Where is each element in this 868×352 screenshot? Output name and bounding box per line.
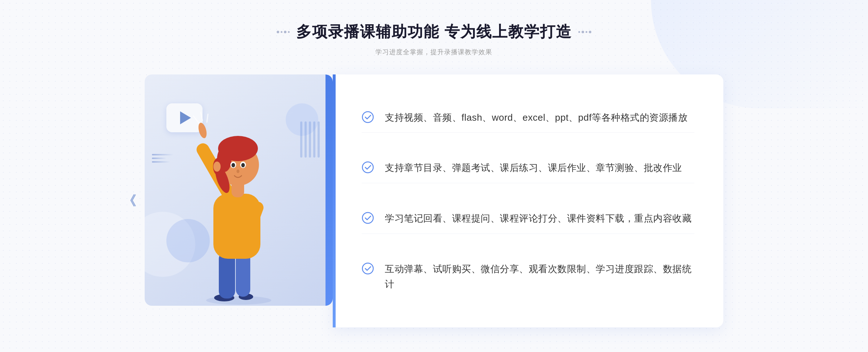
check-icon-3: [362, 212, 374, 224]
svg-point-27: [362, 263, 373, 274]
feature-item-2: 支持章节目录、弹题考试、课后练习、课后作业、章节测验、批改作业: [362, 153, 694, 183]
feature-item-4: 互动弹幕、试听购买、微信分享、观看次数限制、学习进度跟踪、数据统计: [362, 254, 694, 299]
check-icon-4: [362, 262, 374, 275]
feature-item-1: 支持视频、音频、flash、word、excel、ppt、pdf等各种格式的资源…: [362, 103, 694, 133]
svg-point-15: [231, 163, 235, 167]
decorative-dots-left: [277, 31, 290, 33]
card-panel-wrapper: 支持视频、音频、flash、word、excel、ppt、pdf等各种格式的资源…: [145, 74, 723, 327]
feature-text-2: 支持章节目录、弹题考试、课后练习、课后作业、章节测验、批改作业: [385, 160, 682, 176]
check-icon-2: [362, 161, 374, 173]
page-subtitle: 学习进度全掌握，提升录播课教学效果: [277, 48, 591, 56]
header-section: 多项录播课辅助功能 专为线上教学打造 学习进度全掌握，提升录播课教学效果: [277, 0, 591, 56]
svg-point-24: [362, 112, 373, 123]
title-row: 多项录播课辅助功能 专为线上教学打造: [277, 22, 591, 42]
highlight-lines: [152, 154, 174, 163]
hl-line-2: [152, 158, 166, 159]
feature-text-3: 学习笔记回看、课程提问、课程评论打分、课件资料下载，重点内容收藏: [385, 211, 692, 226]
hl-line-1: [152, 154, 174, 155]
page-title: 多项录播课辅助功能 专为线上教学打造: [296, 22, 572, 42]
feature-item-3: 学习笔记回看、课程提问、课程评论打分、课件资料下载，重点内容收藏: [362, 204, 694, 234]
svg-point-25: [362, 162, 373, 173]
decorative-dots-right: [578, 31, 591, 33]
blue-accent-bar: [326, 74, 333, 306]
features-panel: 支持视频、音频、flash、word、excel、ppt、pdf等各种格式的资源…: [333, 74, 723, 327]
feature-text-1: 支持视频、音频、flash、word、excel、ppt、pdf等各种格式的资源…: [385, 110, 688, 125]
feature-text-4: 互动弹幕、试听购买、微信分享、观看次数限制、学习进度跟踪、数据统计: [385, 262, 694, 292]
svg-point-26: [362, 213, 373, 223]
page-wrapper: 多项录播课辅助功能 专为线上教学打造 学习进度全掌握，提升录播课教学效果 《: [0, 0, 868, 352]
main-content: 《: [145, 74, 723, 327]
chevron-icon: 《: [123, 193, 136, 208]
svg-point-17: [241, 163, 245, 167]
svg-point-18: [237, 169, 239, 173]
left-chevron-decoration: 《: [123, 192, 136, 210]
svg-line-21: [193, 116, 199, 123]
hl-line-3: [152, 161, 170, 163]
svg-point-20: [197, 122, 208, 139]
svg-point-19: [213, 162, 221, 172]
stripe-decoration: [300, 121, 326, 158]
svg-line-22: [201, 112, 203, 121]
illustration-inner: [145, 74, 333, 306]
check-icon-1: [362, 111, 374, 123]
accent-bar: [333, 74, 336, 327]
figure-illustration: [181, 96, 297, 306]
svg-line-23: [207, 114, 208, 122]
illustration-card: [145, 74, 333, 327]
